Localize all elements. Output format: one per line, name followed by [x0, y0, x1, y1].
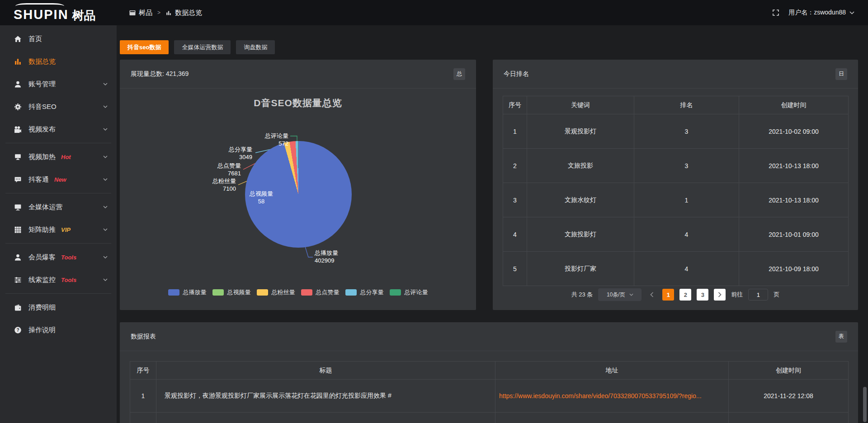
legend-item-likes[interactable]: 总点赞量	[301, 288, 340, 296]
legend-item-plays[interactable]: 总播放量	[168, 288, 207, 296]
breadcrumb-root[interactable]: 树品	[129, 9, 152, 17]
chevron-down-icon	[103, 83, 108, 85]
column-header: 序号	[503, 96, 527, 114]
sidebar-item-data-overview[interactable]: 数据总览	[0, 50, 117, 73]
next-page-button[interactable]	[714, 289, 726, 301]
sidebar-item-video-publish[interactable]: 视频发布	[0, 118, 117, 141]
table-row: 5投影灯厂家42021-10-09 18:00	[503, 252, 849, 286]
pagination-total: 共 23 条	[571, 291, 593, 299]
chevron-down-icon	[103, 155, 108, 158]
goto-unit: 页	[774, 291, 779, 299]
legend-item-comments[interactable]: 总评论量	[390, 288, 428, 296]
sidebar: 首页 数据总览 账号管理 抖音SEO 视频发布 视频加热 Hot 抖客通 New…	[0, 25, 117, 423]
sidebar-divider	[5, 243, 111, 244]
chart-legend: 总播放量 总视频量 总粉丝量 总点赞量 总分享量 总评论量	[120, 288, 476, 296]
legend-item-shares[interactable]: 总分享量	[345, 288, 384, 296]
sidebar-item-label: 线索监控	[28, 276, 56, 284]
breadcrumb-current[interactable]: 数据总览	[165, 9, 202, 17]
column-header: 关键词	[527, 96, 634, 114]
sidebar-item-doukertong[interactable]: 抖客通 New	[0, 168, 117, 191]
hot-badge: Hot	[61, 154, 71, 160]
sidebar-item-media-operation[interactable]: 全媒体运营	[0, 196, 117, 218]
grid-icon	[14, 226, 22, 234]
overview-panel: 展现量总数: 421,369 总 D音SEO数据量总览 总评论量572 总分享量…	[120, 60, 476, 310]
report-url-link[interactable]: https://www.iesdouyin.com/share/video/70…	[495, 380, 729, 413]
sidebar-item-member-baoke[interactable]: 会员爆客 Tools	[0, 246, 117, 268]
prev-page-button[interactable]	[647, 289, 657, 301]
ranking-panel-header: 今日排名 日	[493, 60, 858, 89]
sidebar-item-home[interactable]: 首页	[0, 28, 117, 50]
sidebar-item-matrix-boost[interactable]: 矩阵助推 VIP	[0, 218, 117, 241]
sidebar-item-consume-detail[interactable]: 消费明细	[0, 296, 117, 319]
vertical-scrollbar[interactable]	[863, 387, 867, 422]
sidebar-item-label: 数据总览	[28, 57, 56, 66]
app-window-icon	[129, 10, 136, 16]
report-panel-header: 数据报表 表	[120, 322, 858, 351]
chevron-down-icon	[103, 256, 108, 258]
report-panel: 数据报表 表 序号 标题 地址 创建时间 1 景观投影灯，夜游景观投影灯厂家展示…	[120, 322, 858, 423]
person-icon	[14, 253, 22, 261]
overview-panel-header: 展现量总数: 421,369 总	[120, 60, 476, 89]
sidebar-item-clue-monitor[interactable]: 线索监控 Tools	[0, 268, 117, 291]
pie-label-likes: 总点赞量7681	[217, 162, 241, 177]
pie-label-fans: 总粉丝量7100	[212, 177, 236, 193]
screen-icon	[14, 153, 22, 161]
table-toggle-button[interactable]: 表	[835, 331, 847, 343]
home-icon	[14, 35, 22, 43]
goto-page-input[interactable]	[748, 289, 768, 301]
page-button-2[interactable]: 2	[679, 289, 691, 301]
legend-item-fans[interactable]: 总粉丝量	[257, 288, 295, 296]
pie-label-plays: 总播放量402909	[315, 249, 338, 264]
chevron-down-icon	[103, 278, 108, 281]
legend-item-videos[interactable]: 总视频量	[212, 288, 251, 296]
sidebar-item-label: 首页	[28, 35, 42, 43]
sidebar-item-account[interactable]: 账号管理	[0, 73, 117, 95]
pie-chart-title: D音SEO数据量总览	[120, 97, 476, 109]
legend-swatch	[390, 289, 401, 296]
sidebar-item-label: 会员爆客	[28, 253, 56, 262]
breadcrumb-root-label: 树品	[139, 9, 152, 17]
top-header: SHUPIN 树品 树品 > 数据总览 用户名：zswodun88	[0, 0, 868, 25]
logo-text-en: SHUPIN	[14, 4, 69, 21]
username-label: 用户名：zswodun88	[788, 9, 846, 17]
sidebar-item-label: 视频加热	[28, 153, 56, 161]
page-button-1[interactable]: 1	[662, 289, 674, 301]
sidebar-item-label: 全媒体运营	[28, 203, 62, 212]
sidebar-item-operation-guide[interactable]: ? 操作说明	[0, 319, 117, 341]
day-toggle-button[interactable]: 日	[835, 68, 847, 80]
table-row: 2文旅投影32021-10-13 18:00	[503, 149, 849, 183]
fullscreen-button[interactable]	[772, 9, 779, 16]
user-menu[interactable]: 用户名：zswodun88	[788, 9, 854, 17]
chevron-down-icon	[103, 228, 108, 231]
bar-chart-icon	[14, 57, 22, 66]
table-row: 4文旅投影灯42021-10-01 09:00	[503, 217, 849, 252]
total-toggle-button[interactable]: 总	[453, 68, 465, 80]
main-content: 抖音seo数据 全媒体运营数据 询盘数据 展现量总数: 421,369 总 D音…	[117, 25, 868, 423]
sidebar-item-label: 消费明细	[28, 303, 56, 312]
bar-chart-icon	[165, 10, 172, 16]
table-row: 1景观投影灯32021-10-02 09:00	[503, 114, 849, 149]
sidebar-item-douyin-seo[interactable]: 抖音SEO	[0, 95, 117, 118]
tools-badge: Tools	[61, 254, 76, 261]
sidebar-item-label: 矩阵助推	[28, 226, 56, 234]
tab-inquiry-data[interactable]: 询盘数据	[236, 40, 275, 54]
wallet-icon	[14, 303, 22, 311]
sidebar-divider	[5, 293, 111, 294]
column-header: 地址	[495, 362, 729, 380]
column-header: 创建时间	[739, 96, 849, 114]
ranking-panel: 今日排名 日 序号 关键词 排名 创建时间 1景观投影灯32021-10-02 …	[493, 60, 858, 310]
gear-icon	[14, 103, 22, 111]
header-right: 用户名：zswodun88	[772, 9, 868, 17]
tab-media-operation-data[interactable]: 全媒体运营数据	[174, 40, 231, 54]
data-tabs: 抖音seo数据 全媒体运营数据 询盘数据	[120, 40, 275, 54]
overview-panel-title: 展现量总数: 421,369	[131, 70, 189, 78]
tab-douyin-seo-data[interactable]: 抖音seo数据	[120, 40, 169, 54]
table-header-row: 序号 标题 地址 创建时间	[130, 362, 849, 380]
sidebar-item-video-heat[interactable]: 视频加热 Hot	[0, 146, 117, 168]
new-badge: New	[54, 176, 66, 183]
legend-swatch	[168, 289, 179, 296]
chevron-down-icon	[849, 11, 854, 14]
page-button-3[interactable]: 3	[697, 289, 708, 301]
table-row	[130, 413, 849, 423]
page-size-select[interactable]: 10条/页	[598, 288, 642, 301]
